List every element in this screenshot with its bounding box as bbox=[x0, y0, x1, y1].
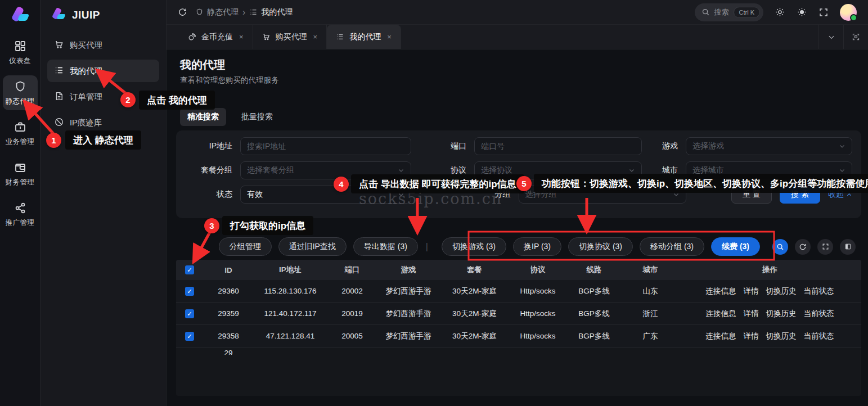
menu-item-label: 订单管理 bbox=[70, 92, 102, 102]
menu-item-label: 购买代理 bbox=[70, 40, 102, 51]
menu-item-my-proxy[interactable]: 我的代理 bbox=[47, 60, 159, 82]
main-column: 静态代理 › 我的代理 搜索 Ctrl K bbox=[167, 0, 868, 406]
table-search-icon[interactable] bbox=[772, 239, 788, 255]
chevron-down-icon bbox=[628, 167, 635, 174]
theme-sun-icon[interactable] bbox=[797, 7, 807, 17]
col-header-id: ID bbox=[203, 266, 254, 274]
shield-icon bbox=[14, 80, 27, 93]
close-icon[interactable]: × bbox=[387, 33, 392, 41]
gear-icon[interactable] bbox=[775, 7, 785, 17]
change-ip-button[interactable]: 换IP (3) bbox=[513, 237, 561, 256]
brand-name: JIUIP bbox=[72, 9, 100, 21]
search-button[interactable]: 搜 索 bbox=[780, 186, 820, 204]
group-select[interactable]: 选择分组 bbox=[519, 186, 686, 204]
col-header-ip: IP地址 bbox=[254, 265, 327, 275]
cell-protocol: Http/socks bbox=[510, 332, 566, 340]
export-data-button[interactable]: 导出数据 (3) bbox=[353, 237, 418, 256]
col-header-port: 端口 bbox=[327, 265, 377, 275]
brand-logo-icon bbox=[51, 7, 68, 24]
tabs-dropdown-chevron-icon[interactable] bbox=[818, 25, 843, 49]
cell-id: 29359 bbox=[203, 309, 254, 318]
tabbar: 金币充值 × 购买代理 × 我的代理 × bbox=[167, 25, 868, 49]
breadcrumb-separator: › bbox=[242, 7, 245, 17]
group-manage-button[interactable]: 分组管理 bbox=[219, 237, 272, 256]
reset-button[interactable]: 重 置 bbox=[731, 186, 772, 204]
status-select[interactable]: 有效 bbox=[240, 186, 411, 204]
cell-id: 29358 bbox=[203, 332, 254, 340]
link-current-status[interactable]: 当前状态 bbox=[804, 309, 834, 319]
rail-item-label: 推广管理 bbox=[6, 218, 35, 228]
share-icon bbox=[14, 201, 27, 215]
renew-button[interactable]: 续费 (3) bbox=[711, 237, 760, 256]
breadcrumb-current[interactable]: 我的代理 bbox=[249, 7, 293, 17]
protocol-select[interactable]: 选择协议 bbox=[474, 161, 642, 179]
link-current-status[interactable]: 当前状态 bbox=[804, 286, 834, 296]
table-header-row: ✓ ID IP地址 端口 游戏 套餐 协议 线路 城市 操作 bbox=[176, 260, 861, 280]
global-search-input[interactable]: 搜索 Ctrl K bbox=[695, 3, 764, 21]
link-switch-history[interactable]: 切换历史 bbox=[766, 331, 797, 341]
tab-coin-recharge[interactable]: 金币充值 × bbox=[179, 25, 253, 49]
chevron-down-icon bbox=[673, 191, 680, 198]
cell-ip: 115.28.130.176 bbox=[254, 287, 327, 295]
table-fullscreen-icon[interactable] bbox=[817, 239, 833, 255]
link-connection-info[interactable]: 连接信息 bbox=[706, 286, 736, 296]
link-switch-history[interactable]: 切换历史 bbox=[766, 286, 797, 296]
game-select[interactable]: 选择游戏 bbox=[686, 137, 852, 155]
row-checkbox[interactable]: ✓ bbox=[185, 332, 194, 341]
collapse-link[interactable]: 收起 bbox=[828, 190, 852, 200]
plan-group-select[interactable]: 选择套餐分组 bbox=[240, 161, 411, 179]
find-by-old-ip-button[interactable]: 通过旧IP查找 bbox=[278, 237, 347, 256]
switch-protocol-button[interactable]: 切换协议 (3) bbox=[568, 237, 633, 256]
table-columns-icon[interactable] bbox=[840, 239, 856, 255]
cell-game: 梦幻西游手游 bbox=[377, 331, 439, 341]
close-icon[interactable]: × bbox=[313, 33, 318, 41]
link-connection-info[interactable]: 连接信息 bbox=[706, 309, 736, 319]
chevron-down-icon bbox=[398, 167, 404, 174]
link-details[interactable]: 详情 bbox=[744, 331, 759, 341]
ip-address-input[interactable] bbox=[240, 137, 411, 155]
app-logo-icon[interactable] bbox=[9, 4, 32, 27]
rail-item-static-proxy[interactable]: 静态代理 bbox=[3, 75, 38, 110]
breadcrumb-section[interactable]: 静态代理 bbox=[195, 7, 239, 17]
fullscreen-icon[interactable] bbox=[818, 7, 829, 17]
rail-item-business[interactable]: 业务管理 bbox=[3, 116, 38, 151]
col-header-operations: 操作 bbox=[678, 265, 861, 275]
menu-item-buy-proxy[interactable]: 购买代理 bbox=[47, 34, 159, 56]
select-all-checkbox[interactable]: ✓ bbox=[185, 265, 194, 274]
cell-plan: 30天2M-家庭 bbox=[439, 309, 510, 319]
row-checkbox[interactable]: ✓ bbox=[185, 287, 194, 296]
app-window: 仪表盘 静态代理 业务管理 财务管理 推广管理 bbox=[0, 0, 868, 406]
document-icon bbox=[54, 91, 64, 103]
close-icon[interactable]: × bbox=[239, 33, 244, 41]
tab-batch-search[interactable]: 批量搜索 bbox=[234, 108, 280, 126]
switch-game-button[interactable]: 切换游戏 (3) bbox=[442, 237, 506, 256]
tab-buy-proxy[interactable]: 购买代理 × bbox=[253, 25, 327, 49]
rail-item-dashboard[interactable]: 仪表盘 bbox=[3, 35, 38, 70]
tab-label: 金币充值 bbox=[201, 32, 233, 42]
cell-id: 29360 bbox=[203, 287, 254, 295]
tabs-scan-icon[interactable] bbox=[843, 25, 868, 49]
rail-item-finance[interactable]: 财务管理 bbox=[3, 156, 38, 191]
refresh-icon[interactable] bbox=[178, 7, 187, 17]
table-row: ✓ 29359 121.40.172.117 20019 梦幻西游手游 30天2… bbox=[176, 303, 861, 325]
submenu-sidebar: JIUIP 购买代理 我的代理 订单管理 IP痕迹库 bbox=[41, 0, 167, 406]
link-details[interactable]: 详情 bbox=[744, 309, 759, 319]
link-switch-history[interactable]: 切换历史 bbox=[766, 309, 797, 319]
move-group-button[interactable]: 移动分组 (3) bbox=[640, 237, 704, 256]
table-refresh-icon[interactable] bbox=[795, 239, 811, 255]
menu-item-ip-trace[interactable]: IP痕迹库 bbox=[47, 111, 159, 134]
port-input[interactable] bbox=[474, 137, 642, 155]
user-avatar[interactable] bbox=[840, 4, 857, 21]
row-checkbox[interactable]: ✓ bbox=[185, 309, 194, 318]
cell-ip: 121.40.172.117 bbox=[254, 309, 327, 318]
link-details[interactable]: 详情 bbox=[744, 286, 759, 296]
page-subtitle: 查看和管理您购买的代理服务 bbox=[180, 75, 279, 85]
tab-precise-search[interactable]: 精准搜索 bbox=[180, 108, 226, 126]
tab-my-proxy[interactable]: 我的代理 × bbox=[327, 25, 401, 49]
link-current-status[interactable]: 当前状态 bbox=[804, 331, 834, 341]
city-select[interactable]: 选择城市 bbox=[686, 161, 852, 179]
link-connection-info[interactable]: 连接信息 bbox=[706, 331, 736, 341]
table-toolbar: 分组管理 通过旧IP查找 导出数据 (3) | 切换游戏 (3) 换IP (3)… bbox=[219, 237, 856, 256]
menu-item-orders[interactable]: 订单管理 bbox=[47, 85, 159, 108]
rail-item-promotion[interactable]: 推广管理 bbox=[3, 197, 38, 232]
